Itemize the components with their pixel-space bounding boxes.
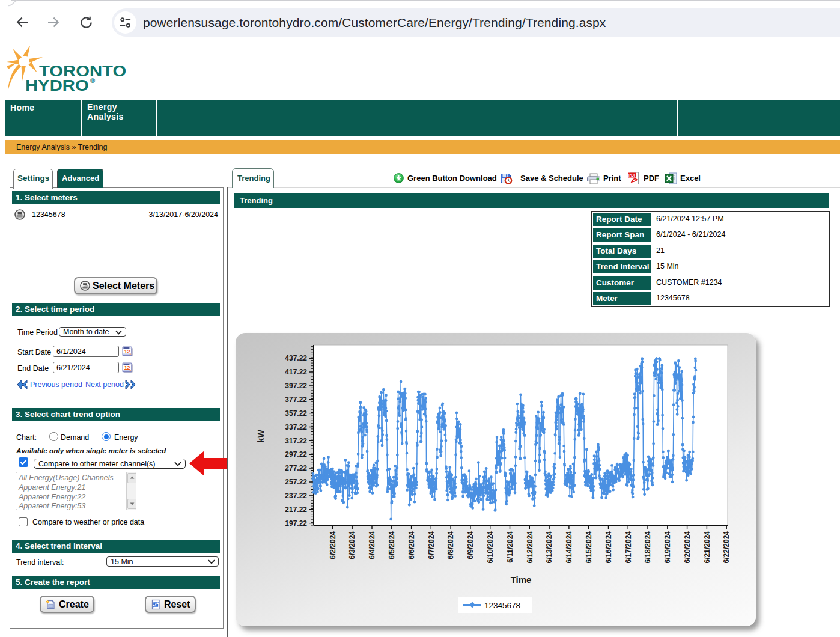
svg-text:357.22: 357.22 — [285, 409, 307, 418]
svg-text:6/6/2024: 6/6/2024 — [407, 531, 416, 559]
svg-text:12: 12 — [124, 348, 130, 355]
svg-text:257.22: 257.22 — [285, 478, 307, 486]
svg-text:6/16/2024: 6/16/2024 — [604, 531, 613, 564]
svg-text:297.22: 297.22 — [285, 450, 307, 459]
svg-text:6/13/2024: 6/13/2024 — [545, 531, 553, 564]
svg-text:6/22/2024: 6/22/2024 — [722, 531, 731, 564]
svg-text:237.22: 237.22 — [285, 492, 307, 500]
svg-text:6/12/2024: 6/12/2024 — [526, 531, 534, 564]
svg-text:197.22: 197.22 — [285, 519, 307, 528]
svg-text:277.22: 277.22 — [285, 464, 307, 472]
svg-text:6/14/2024: 6/14/2024 — [565, 531, 573, 564]
svg-text:kW: kW — [256, 430, 266, 443]
svg-text:12: 12 — [124, 364, 130, 371]
svg-text:12345678: 12345678 — [484, 601, 520, 610]
svg-text:6/8/2024: 6/8/2024 — [446, 531, 455, 559]
svg-text:PDF: PDF — [628, 173, 636, 177]
svg-text:6/21/2024: 6/21/2024 — [703, 531, 711, 564]
svg-text:6/3/2024: 6/3/2024 — [348, 531, 356, 559]
svg-text:317.22: 317.22 — [285, 437, 307, 445]
svg-text:6/4/2024: 6/4/2024 — [368, 531, 376, 559]
svg-text:397.22: 397.22 — [285, 382, 307, 390]
svg-text:6/15/2024: 6/15/2024 — [585, 531, 593, 564]
svg-text:6/7/2024: 6/7/2024 — [427, 531, 436, 559]
svg-text:6/11/2024: 6/11/2024 — [506, 531, 514, 563]
svg-text:6/5/2024: 6/5/2024 — [388, 531, 396, 559]
svg-text:417.22: 417.22 — [285, 368, 307, 376]
svg-text:6/9/2024: 6/9/2024 — [466, 531, 475, 559]
svg-text:217.22: 217.22 — [285, 505, 307, 514]
svg-text:6/2/2024: 6/2/2024 — [329, 531, 337, 559]
svg-text:6/17/2024: 6/17/2024 — [624, 531, 633, 564]
svg-text:437.22: 437.22 — [285, 354, 307, 362]
svg-text:337.22: 337.22 — [285, 423, 307, 431]
svg-text:6/19/2024: 6/19/2024 — [663, 531, 672, 564]
svg-text:Time: Time — [511, 575, 532, 585]
svg-text:6/18/2024: 6/18/2024 — [644, 531, 652, 564]
svg-text:6/10/2024: 6/10/2024 — [486, 531, 495, 564]
svg-text:377.22: 377.22 — [285, 395, 307, 404]
svg-text:6/20/2024: 6/20/2024 — [683, 531, 692, 564]
